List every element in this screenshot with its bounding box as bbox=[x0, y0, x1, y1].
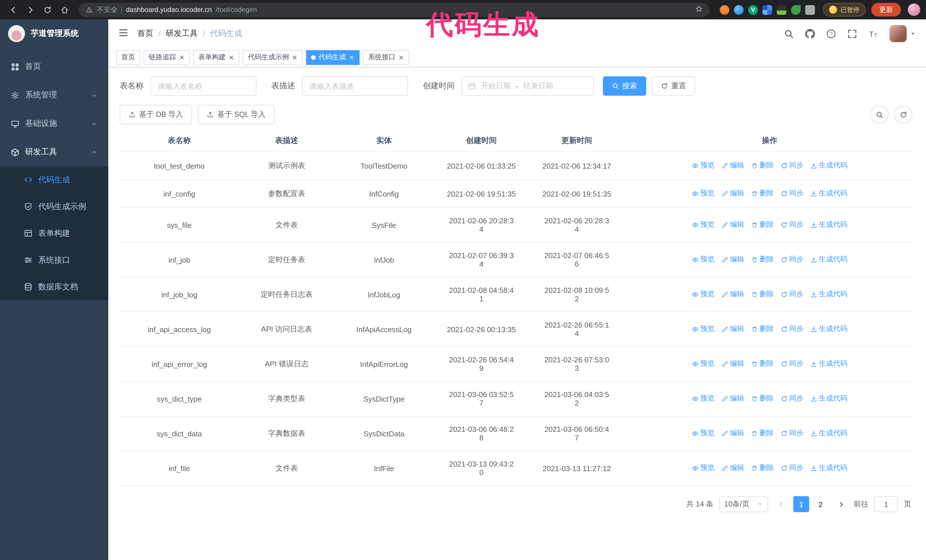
sidebar-item-0[interactable]: 首页 bbox=[0, 53, 108, 81]
forward-button[interactable] bbox=[23, 2, 38, 17]
tab-1[interactable]: 链路追踪 bbox=[144, 50, 190, 65]
action-delete[interactable]: 删除 bbox=[751, 161, 774, 171]
action-preview[interactable]: 预览 bbox=[692, 429, 714, 438]
action-preview[interactable]: 预览 bbox=[692, 220, 714, 230]
close-icon[interactable] bbox=[228, 54, 234, 60]
action-delete[interactable]: 删除 bbox=[751, 325, 774, 334]
action-generate-code[interactable]: 生成代码 bbox=[810, 220, 847, 230]
tab-3[interactable]: 代码生成示例 bbox=[243, 50, 303, 65]
action-edit[interactable]: 编辑 bbox=[722, 463, 744, 473]
action-delete[interactable]: 删除 bbox=[751, 394, 774, 404]
submenu-item-3[interactable]: 系统接口 bbox=[0, 247, 108, 273]
page-button-2[interactable]: 2 bbox=[813, 496, 829, 512]
next-page-button[interactable] bbox=[834, 496, 848, 512]
close-icon[interactable] bbox=[398, 54, 404, 60]
question-icon[interactable]: ? bbox=[826, 29, 836, 38]
action-generate-code[interactable]: 生成代码 bbox=[810, 429, 847, 438]
action-preview[interactable]: 预览 bbox=[692, 161, 714, 171]
action-sync[interactable]: 同步 bbox=[781, 220, 803, 230]
submenu-item-1[interactable]: 代码生成示例 bbox=[0, 193, 108, 220]
tab-4[interactable]: 代码生成 bbox=[306, 50, 360, 65]
date-range-picker[interactable]: 开始日期 - 结束日期 bbox=[461, 76, 594, 96]
action-edit[interactable]: 编辑 bbox=[722, 325, 744, 334]
search-button[interactable]: 搜索 bbox=[603, 76, 646, 96]
address-bar[interactable]: 不安全 dashboard.yudao.iocoder.cn/tool/code… bbox=[79, 3, 710, 17]
action-preview[interactable]: 预览 bbox=[692, 463, 714, 473]
close-icon[interactable] bbox=[292, 54, 298, 60]
submenu-item-4[interactable]: 数据库文档 bbox=[0, 273, 108, 300]
action-generate-code[interactable]: 生成代码 bbox=[810, 359, 847, 369]
action-sync[interactable]: 同步 bbox=[781, 429, 803, 438]
action-edit[interactable]: 编辑 bbox=[722, 161, 744, 171]
action-sync[interactable]: 同步 bbox=[781, 290, 803, 299]
sidebar-item-1[interactable]: 系统管理 bbox=[0, 81, 108, 109]
action-preview[interactable]: 预览 bbox=[692, 189, 714, 199]
sidebar-item-3[interactable]: 研发工具 bbox=[0, 138, 108, 166]
action-delete[interactable]: 删除 bbox=[751, 463, 774, 473]
refresh-table-button[interactable] bbox=[894, 106, 912, 124]
action-sync[interactable]: 同步 bbox=[781, 463, 803, 473]
action-sync[interactable]: 同步 bbox=[781, 359, 803, 369]
submenu-item-0[interactable]: 代码生成 bbox=[0, 166, 108, 193]
sidebar-collapse-button[interactable] bbox=[118, 28, 128, 39]
action-generate-code[interactable]: 生成代码 bbox=[810, 394, 847, 404]
user-menu[interactable] bbox=[890, 25, 916, 42]
action-sync[interactable]: 同步 bbox=[781, 325, 803, 334]
page-button-1[interactable]: 1 bbox=[793, 496, 809, 512]
action-sync[interactable]: 同步 bbox=[781, 394, 803, 404]
action-generate-code[interactable]: 生成代码 bbox=[810, 161, 847, 171]
action-preview[interactable]: 预览 bbox=[692, 290, 714, 299]
extension-check-icon[interactable] bbox=[748, 5, 758, 15]
action-edit[interactable]: 编辑 bbox=[722, 429, 744, 438]
breadcrumb-item-1[interactable]: 研发工具 bbox=[166, 29, 198, 39]
action-delete[interactable]: 删除 bbox=[751, 255, 774, 265]
action-delete[interactable]: 删除 bbox=[751, 290, 774, 299]
action-edit[interactable]: 编辑 bbox=[722, 255, 744, 265]
extension-grid-icon[interactable] bbox=[763, 5, 772, 15]
close-icon[interactable] bbox=[179, 54, 185, 60]
extension-drop-icon[interactable] bbox=[734, 5, 744, 15]
back-button[interactable] bbox=[6, 2, 21, 17]
action-sync[interactable]: 同步 bbox=[781, 255, 803, 265]
action-generate-code[interactable]: 生成代码 bbox=[810, 189, 847, 199]
action-preview[interactable]: 预览 bbox=[692, 325, 714, 334]
import-db-button[interactable]: 基于 DB 导入 bbox=[120, 105, 192, 124]
github-icon[interactable] bbox=[805, 29, 815, 38]
table-desc-input[interactable] bbox=[302, 76, 408, 96]
bookmark-star-button[interactable] bbox=[695, 5, 703, 14]
action-preview[interactable]: 预览 bbox=[692, 255, 714, 265]
app-logo[interactable]: 芋道管理系统 bbox=[0, 20, 108, 48]
search-icon[interactable] bbox=[784, 29, 794, 38]
action-generate-code[interactable]: 生成代码 bbox=[810, 255, 847, 265]
action-delete[interactable]: 删除 bbox=[751, 429, 774, 438]
extension-fox-icon[interactable] bbox=[720, 5, 729, 15]
reset-button[interactable]: 重置 bbox=[652, 76, 695, 96]
action-preview[interactable]: 预览 bbox=[692, 394, 714, 404]
browser-update-button[interactable]: 更新 bbox=[871, 3, 901, 17]
action-sync[interactable]: 同步 bbox=[781, 161, 803, 171]
action-edit[interactable]: 编辑 bbox=[722, 290, 744, 299]
tab-0[interactable]: 首页 bbox=[116, 50, 140, 65]
extension-leaf-icon[interactable] bbox=[791, 5, 800, 15]
prev-page-button[interactable] bbox=[774, 496, 788, 512]
action-delete[interactable]: 删除 bbox=[751, 220, 774, 230]
action-edit[interactable]: 编辑 bbox=[722, 220, 744, 230]
page-size-select[interactable]: 10条/页 bbox=[719, 496, 768, 512]
table-name-input[interactable] bbox=[150, 76, 256, 96]
import-sql-button[interactable]: 基于 SQL 导入 bbox=[198, 105, 275, 124]
action-delete[interactable]: 删除 bbox=[751, 189, 774, 199]
tab-2[interactable]: 表单构建 bbox=[193, 50, 239, 65]
fullscreen-icon[interactable] bbox=[847, 29, 857, 38]
action-generate-code[interactable]: 生成代码 bbox=[810, 325, 847, 334]
close-icon[interactable] bbox=[349, 54, 354, 60]
action-delete[interactable]: 删除 bbox=[751, 359, 774, 369]
breadcrumb-item-0[interactable]: 首页 bbox=[137, 29, 153, 39]
action-generate-code[interactable]: 生成代码 bbox=[810, 290, 847, 299]
submenu-item-2[interactable]: 表单构建 bbox=[0, 220, 108, 247]
browser-profile-avatar[interactable] bbox=[908, 3, 920, 16]
action-edit[interactable]: 编辑 bbox=[722, 394, 744, 404]
action-edit[interactable]: 编辑 bbox=[722, 359, 744, 369]
sidebar-item-2[interactable]: 基础设施 bbox=[0, 109, 108, 138]
action-edit[interactable]: 编辑 bbox=[722, 189, 744, 199]
extension-dark-icon[interactable] bbox=[777, 5, 787, 15]
